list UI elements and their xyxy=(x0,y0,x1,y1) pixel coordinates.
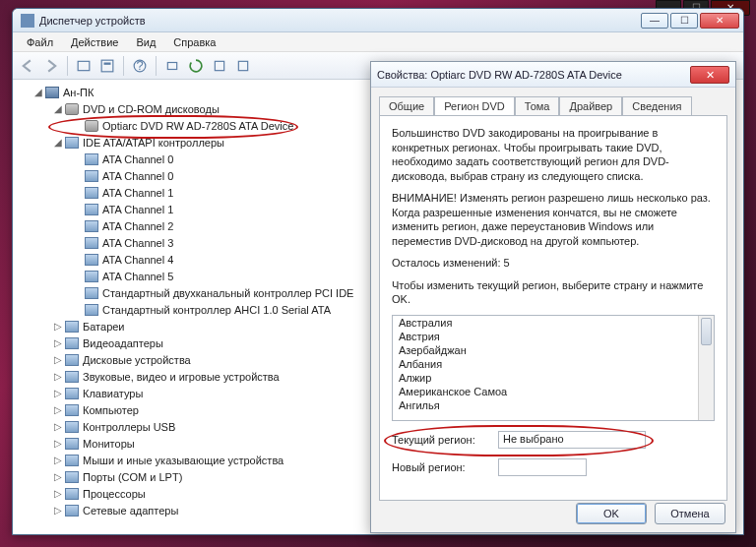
svg-text:?: ? xyxy=(136,59,143,73)
properties-dialog: Свойства: Optiarc DVD RW AD-7280S ATA De… xyxy=(370,61,736,533)
properties-titlebar[interactable]: Свойства: Optiarc DVD RW AD-7280S ATA De… xyxy=(371,62,735,88)
region-item[interactable]: Азербайджан xyxy=(393,343,714,357)
svg-rect-7 xyxy=(238,61,247,70)
tool-help[interactable]: ? xyxy=(129,55,151,77)
menu-view[interactable]: Вид xyxy=(128,34,163,50)
menu-file[interactable]: Файл xyxy=(19,34,61,50)
tab-general[interactable]: Общие xyxy=(379,96,434,116)
region-item[interactable]: Американское Самоа xyxy=(393,385,714,398)
tool-uninstall[interactable] xyxy=(209,55,230,77)
properties-title: Свойства: Optiarc DVD RW AD-7280S ATA De… xyxy=(377,69,690,81)
tab-body: Большинство DVD закодированы на проигрыв… xyxy=(379,115,727,501)
svg-rect-2 xyxy=(104,62,111,64)
svg-rect-6 xyxy=(215,61,223,70)
new-region-label: Новый регион: xyxy=(392,461,490,473)
tab-region[interactable]: Регион DVD xyxy=(434,96,515,116)
menubar: Файл Действие Вид Справка xyxy=(13,32,743,52)
tool-update[interactable] xyxy=(185,55,207,77)
svg-rect-0 xyxy=(78,61,90,70)
window-title: Диспетчер устройств xyxy=(39,15,641,27)
menu-action[interactable]: Действие xyxy=(63,34,126,50)
tab-volumes[interactable]: Тома xyxy=(515,96,560,116)
remaining-changes: Осталось изменений: 5 xyxy=(392,256,715,271)
new-region-value xyxy=(498,458,587,476)
tool-disable[interactable] xyxy=(232,55,254,77)
tab-details[interactable]: Сведения xyxy=(622,96,691,116)
titlebar[interactable]: Диспетчер устройств — ☐ ✕ xyxy=(13,9,743,32)
tool-back[interactable] xyxy=(17,55,38,77)
info-paragraph-1: Большинство DVD закодированы на проигрыв… xyxy=(392,126,715,183)
cancel-button[interactable]: Отмена xyxy=(655,503,725,524)
tool-scan[interactable] xyxy=(161,55,183,77)
region-listbox[interactable]: Австралия Австрия Азербайджан Албания Ал… xyxy=(392,315,715,421)
minimize-button[interactable]: — xyxy=(641,13,668,29)
menu-help[interactable]: Справка xyxy=(165,34,223,50)
region-item[interactable]: Ангилья xyxy=(393,398,714,412)
new-region-row: Новый регион: xyxy=(392,458,715,476)
svg-rect-1 xyxy=(101,60,113,72)
tool-forward[interactable] xyxy=(40,55,62,77)
tool-properties[interactable] xyxy=(96,55,118,77)
scrollbar-thumb[interactable] xyxy=(701,318,712,345)
current-region-value: Не выбрано xyxy=(498,431,646,449)
tool-show-hidden[interactable] xyxy=(73,55,94,77)
region-item[interactable]: Австрия xyxy=(393,330,714,343)
current-region-row: Текущий регион: Не выбрано xyxy=(392,431,715,449)
app-icon xyxy=(21,14,34,28)
region-item[interactable]: Алжир xyxy=(393,371,714,385)
instruction-text: Чтобы изменить текущий регион, выберите … xyxy=(392,278,715,307)
info-paragraph-2: ВНИМАНИЕ! Изменять регион разрешено лишь… xyxy=(392,191,715,248)
maximize-button[interactable]: ☐ xyxy=(670,13,698,29)
region-item[interactable]: Австралия xyxy=(393,316,714,330)
svg-rect-5 xyxy=(167,62,176,69)
ok-button[interactable]: OK xyxy=(576,503,647,524)
properties-close-button[interactable]: ✕ xyxy=(690,66,729,84)
dialog-buttons: OK Отмена xyxy=(576,503,725,524)
region-item[interactable]: Албания xyxy=(393,357,714,371)
tabstrip: Общие Регион DVD Тома Драйвер Сведения xyxy=(371,88,735,115)
close-button[interactable]: ✕ xyxy=(700,13,739,29)
tab-driver[interactable]: Драйвер xyxy=(559,96,622,116)
current-region-label: Текущий регион: xyxy=(392,434,490,446)
listbox-scrollbar[interactable] xyxy=(698,316,714,420)
